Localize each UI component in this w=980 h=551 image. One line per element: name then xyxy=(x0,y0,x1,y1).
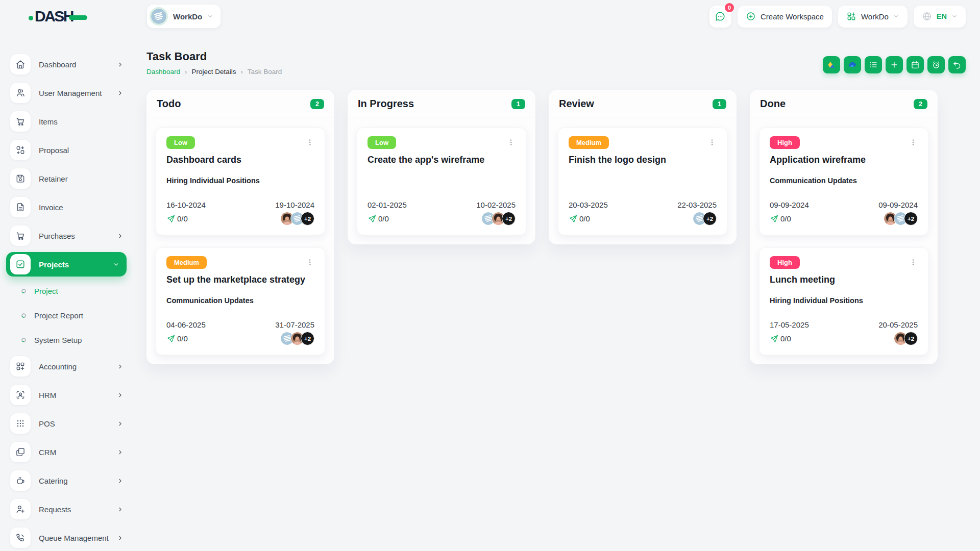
column-count-badge: 2 xyxy=(914,99,927,109)
task-card[interactable]: High Application wireframe Communication… xyxy=(759,128,928,235)
sidebar-item-retainer[interactable]: Retainer xyxy=(0,164,133,193)
card-menu-button[interactable] xyxy=(707,136,717,148)
column-title: Review xyxy=(559,98,594,110)
bullet-icon xyxy=(21,288,27,294)
chevron-right-icon xyxy=(117,61,124,68)
task-milestone xyxy=(368,177,516,186)
card-menu-button[interactable] xyxy=(305,136,314,148)
sidebar-item-pos[interactable]: POS xyxy=(0,409,133,438)
send-icon xyxy=(569,214,578,223)
language-selector[interactable]: EN xyxy=(914,6,966,28)
send-icon xyxy=(166,214,176,223)
column-title: Done xyxy=(760,98,786,110)
task-card[interactable]: High Lunch meeting Hiring Individual Pos… xyxy=(759,247,928,355)
sidebar-item-user-management[interactable]: User Management xyxy=(0,79,133,107)
queue-icon xyxy=(10,528,31,548)
task-card[interactable]: Medium Finish the logo design 20-03-2025… xyxy=(558,128,727,235)
sidebar-subitem-project[interactable]: Project xyxy=(0,279,133,303)
sidebar-item-requests[interactable]: Requests xyxy=(0,495,133,523)
sidebar-item-catering[interactable]: Catering xyxy=(0,466,133,495)
timer-button[interactable] xyxy=(927,56,945,73)
sidebar-item-hrm[interactable]: HRM xyxy=(0,381,133,409)
extra-assignees-badge: +2 xyxy=(301,332,314,345)
sidebar-subitem-system-setup[interactable]: System Setup xyxy=(0,328,133,352)
chat-icon xyxy=(715,11,726,22)
card-menu-button[interactable] xyxy=(506,136,516,148)
breadcrumb-dashboard[interactable]: Dashboard xyxy=(146,68,180,76)
sidebar-item-projects[interactable]: Projects xyxy=(6,252,127,277)
subtask-progress: 0/0 xyxy=(166,334,188,343)
chevron-right-icon xyxy=(117,506,124,513)
breadcrumb-separator-icon: › xyxy=(185,68,187,76)
messages-count-badge: 0 xyxy=(725,3,734,12)
one-drive-button[interactable] xyxy=(844,56,861,73)
task-milestone: Hiring Individual Positions xyxy=(770,296,918,306)
workspace-selector[interactable]: WorkDo xyxy=(147,5,220,28)
kebab-icon xyxy=(708,137,716,147)
add-icon xyxy=(890,60,899,69)
undo-icon xyxy=(952,60,962,69)
undo-button[interactable] xyxy=(948,56,966,73)
assignee-avatars: +2 xyxy=(884,212,918,226)
start-date: 09-09-2024 xyxy=(770,201,809,209)
calendar-icon xyxy=(911,60,920,69)
task-card[interactable]: Low Create the app's wireframe 02-01-202… xyxy=(357,128,526,235)
task-title: Finish the logo design xyxy=(569,155,717,165)
app-logo[interactable]: DASH xyxy=(0,0,133,33)
task-board: Todo 2 Low Dashboard cards Hiring Indivi… xyxy=(146,90,938,364)
sidebar-item-accounting[interactable]: Accounting xyxy=(0,352,133,381)
subtask-progress: 0/0 xyxy=(368,214,389,223)
chevron-right-icon xyxy=(117,392,124,398)
users-icon xyxy=(10,83,31,103)
kebab-icon xyxy=(507,137,514,147)
sidebar-item-label: Projects xyxy=(39,260,69,269)
sidebar-item-proposal[interactable]: Proposal xyxy=(0,136,133,164)
crm-icon xyxy=(10,442,31,462)
column-title: In Progress xyxy=(358,98,414,110)
add-button[interactable] xyxy=(886,56,903,73)
task-milestone: Communication Updates xyxy=(166,296,314,306)
sidebar-item-label: Items xyxy=(39,117,58,126)
messages-button[interactable]: 0 xyxy=(709,6,731,28)
board-column-done: Done 2 High Application wireframe Commun… xyxy=(750,90,938,364)
sidebar-subitem-project-report[interactable]: Project Report xyxy=(0,303,133,328)
chevron-right-icon xyxy=(117,449,124,456)
end-date: 09-09-2024 xyxy=(878,201,918,209)
task-card[interactable]: Medium Set up the marketplace strategy C… xyxy=(156,247,325,355)
breadcrumb-project-details[interactable]: Project Details xyxy=(191,68,236,76)
end-date: 31-07-2025 xyxy=(275,320,314,329)
catering-icon xyxy=(10,470,31,491)
start-date: 02-01-2025 xyxy=(368,201,407,209)
task-card[interactable]: Low Dashboard cards Hiring Individual Po… xyxy=(156,128,325,235)
priority-badge: High xyxy=(770,256,800,269)
card-menu-button[interactable] xyxy=(909,256,918,268)
create-workspace-button[interactable]: Create Workspace xyxy=(738,6,832,28)
breadcrumb: Dashboard › Project Details › Task Board xyxy=(146,68,282,76)
list-button[interactable] xyxy=(865,56,882,73)
chevron-down-icon xyxy=(893,13,899,19)
start-date: 17-05-2025 xyxy=(770,320,809,329)
sidebar-item-dashboard[interactable]: Dashboard xyxy=(0,50,133,79)
card-menu-button[interactable] xyxy=(305,256,314,268)
card-menu-button[interactable] xyxy=(909,136,918,148)
app-menu-button[interactable]: WorkDo xyxy=(838,6,908,28)
sidebar-item-items[interactable]: Items xyxy=(0,107,133,136)
globe-icon xyxy=(922,11,932,21)
sidebar-menu: Dashboard User Management Items Proposal… xyxy=(0,50,133,551)
assignee-avatars: +2 xyxy=(280,212,314,226)
google-drive-button[interactable] xyxy=(823,56,840,73)
plus-circle-icon xyxy=(746,11,756,21)
sidebar-item-label: Requests xyxy=(39,505,71,514)
column-count-badge: 1 xyxy=(713,99,726,109)
sidebar-item-purchases[interactable]: Purchases xyxy=(0,221,133,250)
one-drive-icon xyxy=(848,60,857,69)
sidebar-item-label: Accounting xyxy=(39,362,77,371)
page-title: Task Board xyxy=(146,50,282,63)
calendar-button[interactable] xyxy=(906,56,924,73)
kebab-icon xyxy=(306,137,313,147)
sidebar-item-crm[interactable]: CRM xyxy=(0,438,133,466)
sidebar-item-invoice[interactable]: Invoice xyxy=(0,193,133,221)
column-count-badge: 2 xyxy=(310,99,324,109)
pos-icon xyxy=(10,413,31,434)
sidebar-item-queue-management[interactable]: Queue Management xyxy=(0,523,133,551)
